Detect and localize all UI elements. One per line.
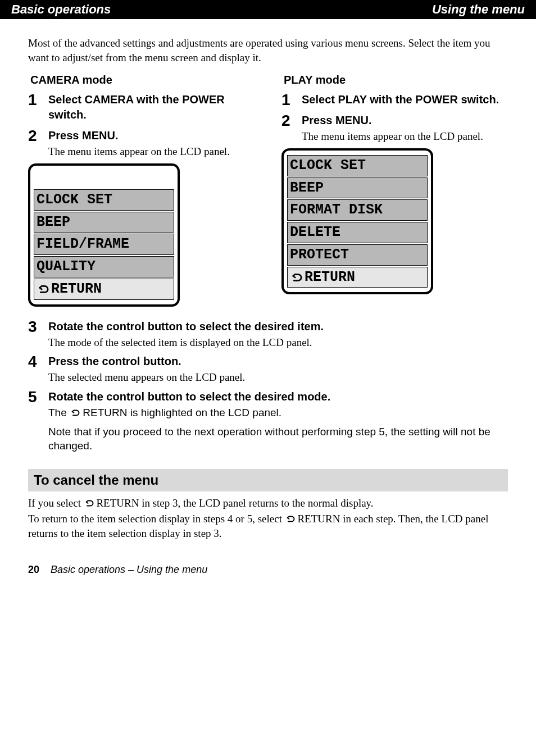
step5-body: The RETURN is highlighted on the LCD pan… bbox=[48, 406, 508, 420]
camera-step-2: 2 Press MENU. The menu items appear on t… bbox=[28, 128, 255, 159]
cancel-p1: If you select RETURN in step 3, the LCD … bbox=[28, 496, 508, 511]
menu-item-field-frame: FIELD/FRAME bbox=[34, 234, 174, 255]
step-number: 4 bbox=[28, 354, 48, 385]
step-number: 1 bbox=[28, 92, 48, 124]
return-icon bbox=[285, 513, 295, 525]
step-number: 1 bbox=[281, 92, 302, 108]
return-icon bbox=[70, 407, 80, 418]
step-3: 3 Rotate the control button to select th… bbox=[28, 319, 508, 350]
play-mode-title: PLAY mode bbox=[281, 72, 508, 88]
step-number: 2 bbox=[281, 113, 302, 144]
step5-note: Note that if you proceed to the next ope… bbox=[48, 425, 508, 453]
play-step-2: 2 Press MENU. The menu items appear on t… bbox=[281, 113, 508, 144]
menu-item-return: RETURN bbox=[34, 279, 174, 300]
step3-title: Rotate the control button to select the … bbox=[48, 319, 508, 334]
step-number: 5 bbox=[28, 389, 48, 420]
camera-step1-title: Select CAMERA with the POWER switch. bbox=[48, 92, 255, 122]
return-icon bbox=[84, 497, 94, 509]
return-icon bbox=[290, 271, 302, 284]
menu-item-beep: BEEP bbox=[287, 177, 428, 199]
step-4: 4 Press the control button. The selected… bbox=[28, 354, 508, 385]
play-step2-title: Press MENU. bbox=[302, 113, 508, 128]
menu-item-clock-set: CLOCK SET bbox=[287, 155, 428, 176]
play-mode-column: PLAY mode 1 Select PLAY with the POWER s… bbox=[281, 72, 508, 314]
menu-item-protect: PROTECT bbox=[287, 244, 428, 266]
menu-item-format-disk: FORMAT DISK bbox=[287, 199, 428, 221]
camera-step-1: 1 Select CAMERA with the POWER switch. bbox=[28, 92, 255, 124]
page-number: 20 bbox=[28, 564, 51, 576]
step3-body: The mode of the selected item is display… bbox=[48, 335, 508, 350]
step4-title: Press the control button. bbox=[48, 354, 508, 369]
camera-menu-box: CLOCK SET BEEP FIELD/FRAME QUALITY RETUR… bbox=[28, 163, 180, 307]
header-right: Using the menu bbox=[432, 2, 525, 17]
cancel-heading: To cancel the menu bbox=[28, 469, 508, 491]
menu-item-quality: QUALITY bbox=[34, 256, 174, 277]
play-step1-title: Select PLAY with the POWER switch. bbox=[302, 92, 508, 107]
camera-step2-title: Press MENU. bbox=[48, 128, 255, 143]
play-menu-box: CLOCK SET BEEP FORMAT DISK DELETE PROTEC… bbox=[281, 148, 433, 295]
header-left: Basic operations bbox=[11, 2, 111, 16]
menu-item-clock-set: CLOCK SET bbox=[34, 189, 174, 211]
camera-mode-column: CAMERA mode 1 Select CAMERA with the POW… bbox=[28, 72, 255, 314]
footer-label: Basic operations – Using the menu bbox=[51, 564, 207, 576]
camera-step2-body: The menu items appear on the LCD panel. bbox=[48, 144, 255, 159]
step-number: 3 bbox=[28, 319, 48, 350]
play-step2-body: The menu items appear on the LCD panel. bbox=[302, 129, 508, 144]
play-step-1: 1 Select PLAY with the POWER switch. bbox=[281, 92, 508, 108]
step-number: 2 bbox=[28, 128, 48, 159]
menu-item-delete: DELETE bbox=[287, 222, 428, 243]
menu-item-return: RETURN bbox=[287, 267, 428, 288]
return-icon bbox=[37, 283, 49, 295]
page-header: Basic operations Using the menu bbox=[0, 0, 536, 19]
intro-text: Most of the advanced settings and adjust… bbox=[28, 36, 508, 65]
menu-item-beep: BEEP bbox=[34, 212, 174, 233]
step5-title: Rotate the control button to select the … bbox=[48, 389, 508, 404]
step4-body: The selected menu appears on the LCD pan… bbox=[48, 370, 508, 385]
page-footer: 20 Basic operations – Using the menu bbox=[28, 564, 508, 576]
cancel-p2: To return to the item selection display … bbox=[28, 512, 508, 540]
step-5: 5 Rotate the control button to select th… bbox=[28, 389, 508, 420]
camera-mode-title: CAMERA mode bbox=[28, 72, 255, 88]
